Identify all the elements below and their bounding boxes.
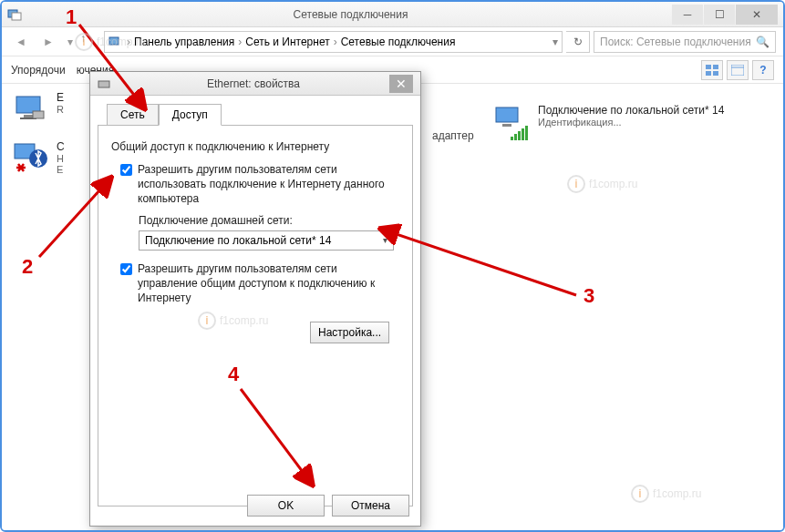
- home-network-label: Подключение домашней сети:: [111, 214, 399, 227]
- svg-rect-10: [24, 115, 33, 118]
- search-icon: 🔍: [756, 36, 770, 48]
- tab-access[interactable]: Доступ: [159, 104, 222, 126]
- svg-rect-9: [16, 97, 40, 113]
- svg-rect-4: [713, 65, 718, 69]
- checkbox-allow-control[interactable]: Разрешить другим пользователям сети упра…: [111, 261, 399, 306]
- combo-value: Подключение по локальной сети* 14: [145, 234, 331, 247]
- checkbox-input[interactable]: [120, 164, 132, 176]
- svg-rect-3: [706, 65, 711, 69]
- svg-rect-7: [731, 65, 744, 76]
- address-bar[interactable]: › Панель управления › Сеть и Интернет › …: [104, 31, 563, 53]
- tab-content: Общий доступ к подключению к Интернету Р…: [98, 126, 413, 506]
- svg-rect-1: [12, 13, 21, 20]
- breadcrumb[interactable]: Сеть и Интернет: [245, 36, 329, 48]
- organize-menu[interactable]: Упорядочи: [11, 64, 66, 77]
- maximize-button[interactable]: ☐: [704, 5, 735, 25]
- search-input[interactable]: Поиск: Сетевые подключения 🔍: [594, 31, 776, 53]
- monitor-icon: [13, 91, 49, 128]
- dialog-close-button[interactable]: ✕: [389, 75, 413, 93]
- svg-rect-12: [33, 111, 44, 118]
- nav-up-button[interactable]: ↑: [80, 32, 100, 52]
- home-network-combo[interactable]: Подключение по локальной сети* 14 ▾: [139, 230, 394, 251]
- dialog-title-bar[interactable]: Ethernet: свойства ✕: [90, 72, 420, 96]
- nav-forward-button[interactable]: ►: [36, 30, 60, 54]
- nav-back-button[interactable]: ◄: [9, 30, 33, 54]
- view-layout-button[interactable]: [701, 60, 723, 80]
- settings-button[interactable]: Настройка...: [310, 322, 389, 343]
- checkbox-input[interactable]: [120, 263, 132, 275]
- cancel-button[interactable]: Отмена: [332, 495, 409, 517]
- svg-rect-15: [496, 107, 518, 122]
- breadcrumb[interactable]: Панель управления: [134, 36, 234, 48]
- chevron-down-icon: ▾: [383, 235, 387, 245]
- nav-bar: ◄ ► ▾ ↑ › Панель управления › Сеть и Инт…: [2, 27, 783, 56]
- nav-dropdown-button[interactable]: ▾: [64, 30, 77, 54]
- checkbox-allow-sharing[interactable]: Разрешить другим пользователям сети испо…: [111, 162, 399, 207]
- tab-network[interactable]: Сеть: [107, 104, 159, 126]
- network-icon: [108, 35, 123, 49]
- tab-strip: Сеть Доступ: [98, 96, 413, 126]
- svg-rect-17: [98, 81, 109, 87]
- adapter-icon: [98, 77, 110, 90]
- details-pane-button[interactable]: [727, 60, 749, 80]
- adapter-fragment: адаптер: [432, 129, 474, 142]
- ok-button[interactable]: OK: [247, 495, 325, 517]
- properties-dialog: Ethernet: свойства ✕ Сеть Доступ Общий д…: [89, 71, 421, 527]
- network-center-icon: [7, 7, 22, 22]
- wifi-icon: [494, 104, 531, 140]
- close-button[interactable]: ✕: [736, 5, 778, 25]
- help-button[interactable]: ?: [752, 60, 774, 80]
- title-bar: Сетевые подключения ─ ☐ ✕: [2, 2, 783, 27]
- bluetooth-icon: [13, 140, 49, 177]
- svg-rect-2: [109, 37, 119, 45]
- minimize-button[interactable]: ─: [672, 5, 703, 25]
- refresh-button[interactable]: ↻: [566, 31, 590, 53]
- group-label: Общий доступ к подключению к Интернету: [111, 140, 399, 153]
- connection-local-wifi[interactable]: Подключение по локальной сети* 14Идентиф…: [494, 104, 731, 140]
- dialog-title: Ethernet: свойства: [118, 77, 389, 90]
- svg-rect-5: [706, 71, 711, 76]
- window-title: Сетевые подключения: [29, 8, 672, 21]
- svg-rect-6: [713, 71, 718, 76]
- breadcrumb[interactable]: Сетевые подключения: [341, 36, 456, 48]
